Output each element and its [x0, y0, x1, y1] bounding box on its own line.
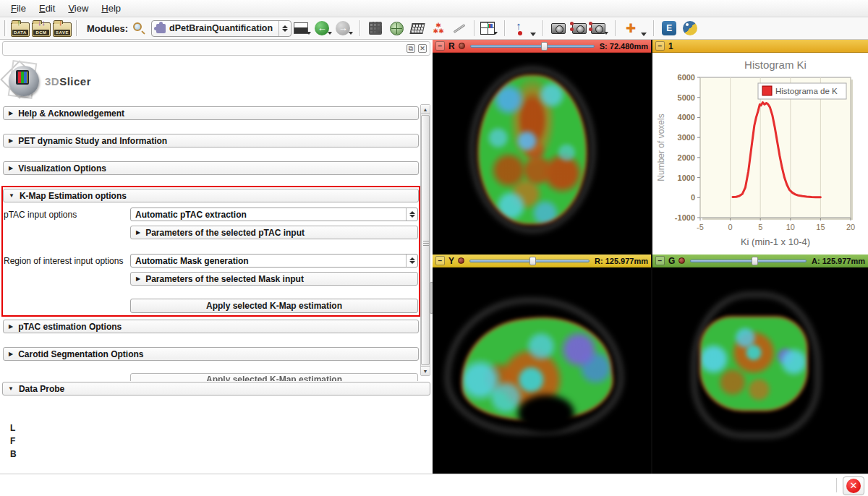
- chevron-down-icon: ▼: [8, 385, 14, 392]
- slice-letter: Y: [448, 256, 454, 266]
- history-forward-button[interactable]: →: [336, 19, 354, 38]
- menu-help[interactable]: Help: [95, 1, 127, 16]
- scene-view-button[interactable]: [570, 19, 589, 38]
- toolbar-drag-handle[interactable]: [76, 20, 78, 36]
- pin-icon[interactable]: [459, 43, 465, 49]
- menu-edit[interactable]: Edit: [33, 1, 61, 16]
- slider-handle[interactable]: [541, 42, 548, 51]
- menu-view[interactable]: View: [61, 1, 95, 16]
- red-slice-slider[interactable]: [470, 43, 595, 50]
- yellow-slice-slider[interactable]: [469, 257, 590, 265]
- float-panel-icon[interactable]: ⧉: [407, 44, 415, 53]
- svg-text:Number of voxels: Number of voxels: [656, 114, 666, 181]
- svg-text:6000: 6000: [678, 73, 695, 82]
- section-kmap-estimation[interactable]: ▼ K-Map Estimation options: [3, 189, 419, 202]
- slider-handle[interactable]: [529, 257, 536, 265]
- history-back-button[interactable]: ←: [315, 19, 333, 38]
- pin-icon[interactable]: [458, 257, 464, 264]
- toolbar-separator: [653, 20, 655, 36]
- scroll-up-icon[interactable]: ▲: [421, 105, 430, 114]
- minimize-icon[interactable]: −: [435, 41, 445, 51]
- section-data-probe[interactable]: ▼ Data Probe: [2, 382, 430, 395]
- python-console-button[interactable]: [681, 19, 699, 38]
- load-data-button[interactable]: ↑ DATA: [11, 19, 30, 38]
- module-selector[interactable]: dPetBrainQuantification: [151, 20, 292, 37]
- ruler-annotation-button[interactable]: [450, 19, 469, 38]
- python-console-icon: [683, 21, 697, 35]
- scene-view-menu-button[interactable]: [591, 19, 610, 38]
- minimize-icon[interactable]: −: [435, 256, 445, 265]
- svg-text:0: 0: [728, 223, 733, 231]
- roi-input-combobox[interactable]: Automatic Mask generation: [130, 254, 418, 268]
- load-dicom-icon: ↓↓ DCM: [32, 22, 51, 37]
- apply-kmap-button[interactable]: Apply selected K-Map estimation: [130, 299, 418, 313]
- svg-text:10: 10: [786, 223, 795, 231]
- red-slice-view[interactable]: − R S: 72.480mm: [433, 40, 651, 255]
- scrollbar-thumb[interactable]: [421, 115, 430, 365]
- scene-view-menu-icon: [591, 23, 605, 34]
- svg-text:3000: 3000: [678, 133, 695, 142]
- mouse-transform-icon: ↑: [516, 21, 524, 35]
- svg-text:Histogram Ki: Histogram Ki: [744, 59, 807, 71]
- svg-text:15: 15: [816, 223, 825, 231]
- section-pet-dynamic-study[interactable]: ▶ PET dynamic Study and Information: [3, 134, 419, 147]
- load-data-icon: ↑ DATA: [11, 22, 30, 37]
- module-selector-spinner[interactable]: [278, 21, 291, 36]
- mask-parameters-button[interactable]: ▶ Parameters of the selected Mask input: [130, 272, 418, 286]
- chart-view-controller: − 1: [652, 40, 868, 53]
- toolbar-drag-handle[interactable]: [4, 20, 7, 36]
- save-icon: ↓ SAVE: [53, 22, 72, 37]
- scroll-down-icon[interactable]: ▼: [421, 366, 430, 375]
- save-button[interactable]: ↓ SAVE: [53, 19, 72, 38]
- chevron-down-icon[interactable]: [530, 33, 536, 36]
- menu-file[interactable]: File: [4, 1, 33, 16]
- main-toolbar: ↑ DATA ↓↓ DCM ↓ SAVE Modules: dPetBrainQ…: [0, 17, 868, 40]
- section-carotid-segmentation[interactable]: ▶ Carotid Segmentation Options: [3, 347, 419, 361]
- load-dicom-button[interactable]: ↓↓ DCM: [32, 19, 51, 38]
- slice-intersection-button[interactable]: [408, 19, 427, 38]
- ptac-parameters-button[interactable]: ▶ Parameters of the selected pTAC input: [130, 226, 418, 239]
- crosshair-button[interactable]: ✚: [621, 19, 640, 38]
- dismiss-error-button[interactable]: ✕: [843, 476, 864, 495]
- menu-bar: File Edit View Help: [0, 0, 868, 17]
- chevron-down-icon[interactable]: [641, 33, 647, 36]
- fiducial-markers-button[interactable]: ✱✱✱: [429, 19, 448, 38]
- histogram-view[interactable]: − 1 -505101520-1000010002000300040005000…: [652, 40, 868, 255]
- yellow-slice-view[interactable]: − Y R: 125.977mm: [433, 255, 651, 474]
- minimize-icon[interactable]: −: [655, 256, 665, 265]
- section-visualization-options[interactable]: ▶ Visualization Options: [3, 161, 419, 175]
- four-pane-layout-button[interactable]: [480, 19, 499, 38]
- ptac-input-combobox[interactable]: Automatic pTAC extraction: [130, 208, 418, 221]
- mouse-transform-button[interactable]: ↑: [511, 19, 529, 38]
- data-probe-row-l: L: [10, 422, 17, 435]
- pin-icon[interactable]: [678, 257, 685, 264]
- chevron-right-icon: ▶: [9, 323, 13, 330]
- chevron-right-icon: ▶: [136, 229, 140, 236]
- green-slice-slider[interactable]: [690, 257, 807, 265]
- close-panel-icon[interactable]: ✕: [418, 44, 427, 53]
- crosshair-sphere-button[interactable]: [387, 19, 406, 38]
- volume-rendering-button[interactable]: [366, 19, 385, 38]
- module-search-icon[interactable]: [133, 22, 145, 34]
- toolbar-separator: [615, 20, 616, 36]
- green-slice-view[interactable]: − G A: 125.977mm: [652, 255, 868, 474]
- layout-select-icon: [294, 22, 308, 34]
- coronal-slice-image[interactable]: [652, 268, 868, 474]
- layout-select-button[interactable]: [294, 19, 312, 38]
- ruler-annotation-icon: [454, 24, 465, 33]
- minimize-icon[interactable]: −: [655, 41, 665, 51]
- sagittal-slice-image[interactable]: [433, 268, 651, 474]
- panel-scrollbar[interactable]: ▲ ▼: [420, 104, 430, 376]
- section-ptac-estimation[interactable]: ▶ pTAC estimation Options: [3, 320, 419, 333]
- chevron-right-icon: ▶: [9, 137, 13, 144]
- slice-offset-label: R: 125.977mm: [595, 257, 648, 265]
- axial-slice-image[interactable]: [433, 53, 651, 255]
- section-help-acknowledgement[interactable]: ▶ Help & Acknowledgement: [3, 106, 419, 120]
- slider-handle[interactable]: [752, 257, 758, 265]
- extensions-manager-button[interactable]: E: [660, 19, 678, 38]
- chevron-right-icon: ▶: [9, 351, 13, 357]
- screenshot-button[interactable]: [549, 19, 568, 38]
- view-layout: − R S: 72.480mm − 1 -505101520-100001000…: [433, 40, 868, 474]
- data-probe-rows: L F B: [10, 422, 17, 461]
- roi-input-label: Region of interest input options: [4, 256, 123, 266]
